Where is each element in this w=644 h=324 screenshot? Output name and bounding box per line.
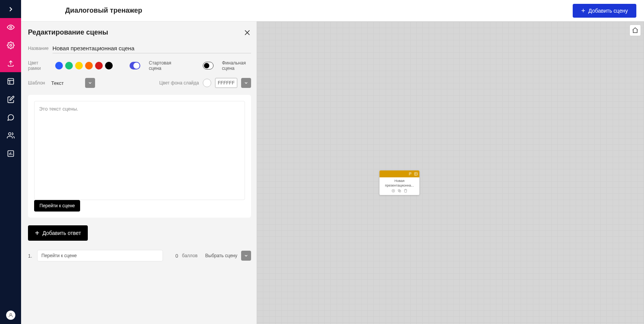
scene-text-card: Это текст сцены. Перейти к сцене — [28, 95, 251, 218]
add-scene-label: Добавить сцену — [588, 8, 628, 14]
copy-icon[interactable] — [398, 189, 401, 193]
rail-export[interactable] — [0, 54, 21, 72]
answer-scene-dropdown-button[interactable] — [241, 251, 251, 261]
chevron-right-icon — [7, 5, 15, 13]
editor-heading: Редактирование сцены — [28, 28, 108, 36]
svg-point-6 — [8, 132, 11, 135]
template-dropdown-button[interactable] — [85, 78, 95, 88]
add-answer-button[interactable]: + Добавить ответ — [28, 225, 88, 241]
answer-text-input[interactable] — [37, 250, 163, 261]
chat-icon — [7, 114, 15, 121]
chevron-down-icon — [244, 253, 248, 258]
layout-icon — [7, 78, 15, 85]
scene-node-actions — [381, 189, 418, 193]
svg-point-17 — [392, 190, 395, 193]
bg-color-label: Цвет фона слайда — [159, 80, 199, 86]
scene-text-area[interactable]: Это текст сцены. — [34, 101, 245, 200]
rail-edit[interactable] — [0, 90, 21, 108]
template-value: Текст — [49, 79, 85, 87]
user-icon — [8, 312, 13, 318]
swatch-green[interactable] — [65, 62, 73, 69]
plus-icon: + — [35, 229, 39, 237]
rail-layout[interactable] — [0, 72, 21, 90]
answer-scene-select-label: Выбрать сцену — [201, 251, 241, 261]
answer-row: 1. 0 баллов Выбрать сцену — [28, 250, 251, 261]
trash-icon[interactable] — [404, 189, 407, 193]
swatch-red[interactable] — [95, 62, 103, 69]
add-scene-button[interactable]: + Добавить сцену — [573, 4, 636, 18]
page-title: Диалоговый тренажер — [65, 7, 142, 15]
main: Диалоговый тренажер + Добавить сцену Ред… — [21, 0, 644, 324]
swatch-blue[interactable] — [55, 62, 63, 69]
svg-point-16 — [393, 190, 394, 192]
home-icon — [632, 27, 639, 34]
chevron-down-icon — [88, 81, 92, 85]
rail-spacer — [0, 162, 21, 306]
svg-rect-3 — [8, 78, 13, 84]
close-editor-button[interactable] — [243, 29, 251, 36]
rail-profile[interactable] — [0, 306, 21, 324]
svg-point-15 — [415, 173, 416, 174]
sidebar-rail — [0, 0, 21, 324]
svg-point-11 — [10, 313, 12, 315]
answer-index: 1. — [28, 253, 33, 259]
rail-users[interactable] — [0, 126, 21, 144]
header: Диалоговый тренажер + Добавить сцену — [21, 0, 644, 21]
rail-dialog[interactable] — [0, 108, 21, 126]
bg-color-hex-input[interactable] — [215, 78, 237, 88]
rail-settings[interactable] — [0, 36, 21, 54]
bg-color-dropdown-button[interactable] — [241, 78, 251, 88]
goto-scene-button[interactable]: Перейти к сцене — [34, 200, 80, 212]
scene-node-header — [380, 170, 419, 177]
edit-doc-icon — [7, 96, 15, 103]
template-label: Шаблон — [28, 80, 45, 86]
canvas-home-button[interactable] — [629, 25, 641, 36]
close-icon — [243, 29, 251, 36]
svg-point-0 — [10, 26, 12, 28]
upload-icon — [7, 60, 15, 67]
scene-node-card[interactable]: Новая презентационна... — [380, 170, 419, 195]
plus-icon: + — [581, 7, 585, 14]
avatar — [6, 311, 15, 320]
start-scene-toggle[interactable] — [130, 62, 140, 69]
frame-color-swatches — [55, 62, 113, 69]
add-answer-label: Добавить ответ — [43, 230, 81, 236]
rail-expand[interactable] — [0, 0, 21, 18]
bar-chart-icon — [7, 150, 15, 157]
svg-point-1 — [10, 44, 12, 46]
image-icon — [414, 172, 418, 176]
bg-color-preview[interactable] — [203, 79, 211, 87]
final-scene-toggle[interactable] — [203, 62, 214, 69]
chevron-down-icon — [244, 81, 248, 85]
answer-points-label: баллов — [182, 253, 197, 258]
swatch-orange[interactable] — [85, 62, 93, 69]
start-scene-label: Стартовая сцена — [149, 60, 177, 71]
swatch-yellow[interactable] — [75, 62, 83, 69]
rail-stats[interactable] — [0, 144, 21, 162]
scene-node-title: Новая презентационна... — [381, 179, 418, 188]
scene-name-input[interactable] — [53, 43, 251, 53]
gear-icon — [7, 41, 15, 49]
swatch-black[interactable] — [105, 62, 113, 69]
scene-editor-panel: Редактирование сцены Название Цвет рамки — [21, 21, 257, 324]
flag-icon — [409, 172, 412, 176]
frame-color-label: Цвет рамки — [28, 60, 47, 71]
users-icon — [7, 132, 15, 139]
scene-canvas[interactable]: Новая презентационна... — [257, 21, 644, 324]
gear-small-icon[interactable] — [391, 189, 395, 193]
eye-icon — [7, 23, 15, 31]
answer-points-value: 0 — [167, 253, 178, 259]
name-label: Название — [28, 46, 49, 51]
rail-preview[interactable] — [0, 18, 21, 36]
final-scene-label: Финальная сцена — [222, 60, 251, 71]
